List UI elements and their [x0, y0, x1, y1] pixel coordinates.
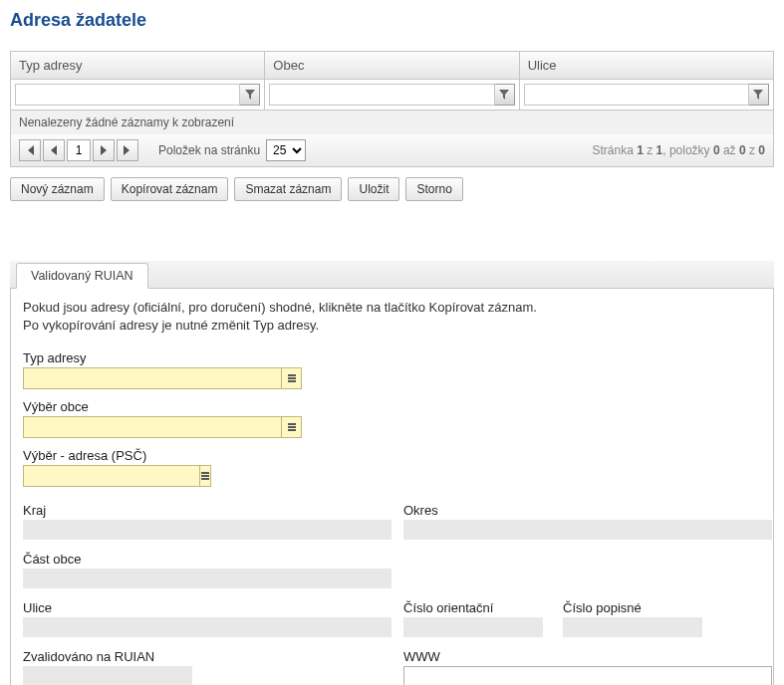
label-cislo-popisne: Číslo popisné [563, 600, 702, 615]
svg-rect-6 [201, 472, 209, 474]
pager-last-icon[interactable] [117, 139, 138, 161]
grid-header-typ-adresy[interactable]: Typ adresy [11, 52, 265, 79]
input-zvalidovano [23, 666, 192, 685]
cancel-button[interactable]: Storno [405, 177, 462, 201]
per-page-select[interactable]: 25 [266, 139, 306, 161]
dropdown-icon[interactable] [282, 367, 302, 389]
label-www: WWW [403, 649, 772, 664]
input-vyber-obce[interactable] [23, 416, 282, 438]
info-line2: Po vykopírování adresy je nutné změnit T… [23, 317, 761, 335]
input-kraj [23, 520, 392, 540]
svg-rect-0 [288, 374, 296, 376]
action-bar: Nový záznam Kopírovat záznam Smazat zázn… [10, 177, 774, 201]
filter-input-obec[interactable] [269, 84, 494, 106]
page-title: Adresa žadatele [10, 10, 774, 31]
label-vyber-adresa-psc: Výběr - adresa (PSČ) [23, 448, 761, 463]
input-cislo-popisne [563, 617, 702, 637]
info-text: Pokud jsou adresy (oficiální, pro doruče… [23, 299, 761, 335]
tab-panel: Pokud jsou adresy (oficiální, pro doruče… [10, 289, 774, 685]
label-zvalidovano: Zvalidováno na RUIAN [23, 649, 392, 664]
pager-page-input[interactable] [67, 139, 91, 161]
svg-rect-2 [288, 380, 296, 382]
grid-header-row: Typ adresy Obec Ulice [11, 52, 773, 80]
grid-header-ulice[interactable]: Ulice [520, 52, 773, 79]
input-typ-adresy[interactable] [23, 367, 282, 389]
grid-footer: Položek na stránku 25 Stránka 1 z 1, pol… [11, 134, 773, 166]
grid-filter-cell-obec [265, 80, 519, 110]
input-ulice [23, 617, 392, 637]
grid-filter-row [11, 80, 773, 111]
filter-input-ulice[interactable] [524, 84, 749, 106]
grid-filter-cell-typ-adresy [11, 80, 265, 110]
filter-icon[interactable] [749, 84, 769, 106]
pager-first-icon[interactable] [19, 139, 41, 161]
filter-icon[interactable] [495, 84, 515, 106]
grid-header-obec[interactable]: Obec [265, 52, 519, 79]
per-page-label: Položek na stránku [158, 143, 260, 157]
new-record-button[interactable]: Nový záznam [10, 177, 105, 201]
delete-record-button[interactable]: Smazat záznam [234, 177, 342, 201]
svg-rect-5 [288, 429, 296, 431]
input-okres [403, 520, 772, 540]
input-cislo-orientacni [403, 617, 543, 637]
pager-prev-icon[interactable] [43, 139, 65, 161]
svg-rect-3 [288, 423, 296, 425]
svg-rect-7 [201, 475, 209, 477]
combo-vyber-obce [23, 416, 302, 438]
filter-input-typ-adresy[interactable] [15, 84, 240, 106]
filter-icon[interactable] [240, 84, 260, 106]
pager-next-icon[interactable] [93, 139, 115, 161]
save-button[interactable]: Uložit [348, 177, 399, 201]
svg-rect-8 [201, 478, 209, 480]
dropdown-icon[interactable] [200, 465, 211, 487]
input-vyber-adresa-psc[interactable] [23, 465, 200, 487]
input-cast-obce [23, 569, 392, 588]
dropdown-icon[interactable] [282, 416, 302, 438]
label-okres: Okres [403, 503, 772, 518]
info-line1: Pokud jsou adresy (oficiální, pro doruče… [23, 299, 761, 317]
label-cislo-orientacni: Číslo orientační [403, 600, 543, 615]
address-grid: Typ adresy Obec Ulice Nenalezeny žádné z… [10, 51, 774, 167]
combo-vyber-adresa-psc [23, 465, 192, 487]
svg-rect-4 [288, 426, 296, 428]
label-kraj: Kraj [23, 503, 392, 518]
readonly-grid: Kraj Okres Část obce Ulice Číslo orienta… [23, 503, 761, 685]
tab-strip: Validovaný RUIAN [10, 261, 774, 289]
grid-filter-cell-ulice [520, 80, 773, 110]
label-vyber-obce: Výběr obce [23, 399, 761, 414]
label-cast-obce: Část obce [23, 552, 772, 567]
tab-validovany-ruian[interactable]: Validovaný RUIAN [16, 263, 148, 289]
grid-empty-message: Nenalezeny žádné záznamy k zobrazení [11, 111, 773, 134]
label-typ-adresy: Typ adresy [23, 350, 761, 365]
copy-record-button[interactable]: Kopírovat záznam [111, 177, 229, 201]
grid-status: Stránka 1 z 1, položky 0 až 0 z 0 [592, 143, 765, 157]
label-ulice: Ulice [23, 600, 392, 615]
combo-typ-adresy [23, 367, 302, 389]
svg-rect-1 [288, 377, 296, 379]
input-www[interactable] [403, 666, 772, 685]
pager [19, 139, 138, 161]
